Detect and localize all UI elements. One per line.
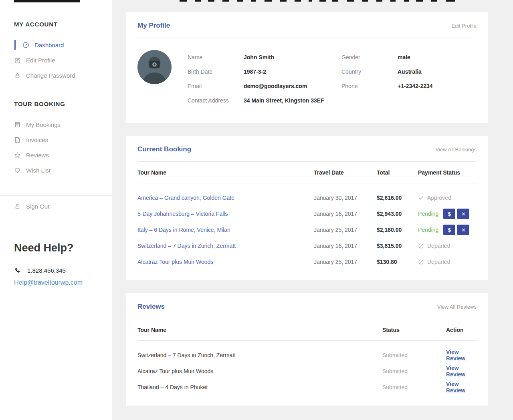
sidebar-item-reviews[interactable]: Reviews	[14, 147, 101, 163]
booking-tour-link[interactable]: Italy – 6 Days in Rome, Venice, Milan	[137, 227, 314, 233]
help-email-link[interactable]: Help@traveltourwp.com	[14, 279, 101, 286]
profile-field-value: John Smith	[244, 50, 341, 64]
ban-icon	[418, 243, 424, 249]
booking-row: Alcatraz Tour plus Muir WoodsJanuary 25,…	[137, 254, 477, 270]
sidebar-item-change-password[interactable]: Change Password	[14, 68, 101, 83]
profile-field-label: Phone	[341, 79, 398, 93]
pay-button[interactable]: $	[443, 225, 455, 235]
sidebar-item-sign-out[interactable]: Sign Out	[14, 199, 101, 214]
help-phone: 1.828.456.345	[14, 267, 101, 274]
pay-button[interactable]: $	[443, 209, 455, 219]
need-help-heading: Need Help?	[14, 242, 101, 254]
booking-row: America – Grand canyon, Golden GateJanua…	[137, 190, 477, 206]
view-review-link[interactable]: View Review	[446, 381, 465, 394]
bookings-table: Tour Name Travel Date Total Payment Stat…	[126, 162, 488, 280]
booking-travel-date: January 16, 2017	[314, 211, 377, 217]
col-payment-status: Payment Status	[418, 169, 477, 176]
my-account-heading: MY ACCOUNT	[14, 21, 101, 28]
review-tour-name: Thailand – 4 Days in Phuket	[137, 384, 382, 390]
profile-field-label: Birth Date	[188, 64, 244, 79]
signout-nav: Sign Out	[14, 199, 101, 214]
profile-field-value: demo@goodlayers.com	[244, 79, 341, 93]
dashboard-icon	[22, 42, 29, 48]
profile-field-value: male	[398, 50, 433, 64]
cancel-booking-button[interactable]: ✕	[457, 209, 469, 219]
review-tour-name: Switzerland – 7 Days in Zurich, Zermatt	[137, 352, 382, 358]
review-action-cell: View Review	[446, 381, 477, 394]
tour-booking-heading: TOUR BOOKING	[14, 100, 101, 107]
bookings-table-header: Tour Name Travel Date Total Payment Stat…	[137, 162, 477, 183]
reviews-table-header: Tour Name Status Action	[137, 319, 477, 341]
profile-field-label: Email	[188, 79, 244, 93]
reviews-table-body: Switzerland – 7 Days in Zurich, ZermattS…	[137, 341, 477, 395]
sidebar-item-label: Change Password	[26, 72, 75, 79]
cancel-booking-button[interactable]: ✕	[457, 225, 469, 235]
profile-field-value: 34 Main Street, Kingston 33EF	[244, 93, 341, 108]
booking-tour-link[interactable]: Alcatraz Tour plus Muir Woods	[137, 259, 314, 265]
booking-travel-date: January 25, 2017	[314, 259, 377, 265]
view-all-bookings-link[interactable]: View All Bookings	[436, 147, 477, 153]
payment-status-text: Departed	[427, 243, 450, 249]
sidebar-item-dashboard[interactable]: Dashboard	[14, 37, 101, 52]
booking-nav: My BookingsInvoicesReviewsWish List	[14, 117, 101, 178]
review-row: Switzerland – 7 Days in Zurich, ZermattS…	[137, 347, 477, 363]
sidebar-item-wish-list[interactable]: Wish List	[14, 163, 101, 178]
review-action-cell: View Review	[446, 365, 477, 378]
review-action-cell: View Review	[446, 349, 477, 362]
edit-icon	[14, 57, 21, 64]
sidebar-item-label: Sign Out	[26, 203, 49, 210]
view-all-reviews-link[interactable]: View All Reviews	[437, 304, 477, 310]
account-nav: DashboardEdit ProfileChange Password	[14, 37, 101, 83]
review-row: Thailand – 4 Days in PhuketSubmittedView…	[137, 379, 477, 395]
view-review-link[interactable]: View Review	[446, 365, 465, 378]
review-status: Submitted	[382, 368, 446, 374]
col-action: Action	[446, 327, 477, 333]
sidebar-item-label: Invoices	[26, 137, 48, 143]
my-profile-card-header: My Profile Edit Profile	[137, 12, 477, 38]
booking-tour-link[interactable]: America – Grand canyon, Golden Gate	[137, 195, 314, 201]
profile-body: NameJohn SmithGendermaleBirth Date1987-3…	[126, 38, 488, 123]
profile-field-label: Name	[188, 50, 244, 64]
booking-total: $2,943.00	[377, 211, 418, 217]
my-profile-title: My Profile	[137, 22, 170, 30]
sidebar-item-label: Reviews	[26, 152, 49, 159]
sidebar-item-edit-profile[interactable]: Edit Profile	[14, 52, 101, 68]
unlock-icon	[14, 203, 21, 210]
booking-travel-date: January 16, 2017	[314, 243, 377, 249]
col-total: Total	[377, 169, 418, 176]
heart-icon	[14, 167, 21, 174]
booking-payment-status: Approved	[418, 195, 477, 201]
review-tour-name: Alcatraz Tour plus Muir Woods	[137, 368, 382, 374]
profile-fields: NameJohn SmithGendermaleBirth Date1987-3…	[188, 50, 433, 108]
payment-status-text: Pending	[418, 211, 438, 217]
booking-row: Italy – 6 Days in Rome, Venice, MilanJan…	[137, 222, 477, 238]
current-booking-card: Current Booking View All Bookings Tour N…	[126, 136, 488, 280]
booking-travel-date: January 30, 2017	[314, 195, 377, 201]
review-status: Submitted	[382, 384, 446, 390]
sidebar-item-label: Edit Profile	[26, 57, 55, 64]
edit-profile-link[interactable]: Edit Profile	[451, 23, 477, 29]
booking-total: $130.80	[377, 259, 418, 265]
sidebar-item-label: Wish List	[26, 167, 50, 174]
sidebar-item-label: Dashboard	[34, 42, 64, 48]
reviews-card-header: Reviews View All Reviews	[137, 293, 477, 319]
ban-icon	[418, 259, 424, 265]
profile-field-empty	[398, 93, 433, 108]
col-tour-name: Tour Name	[137, 327, 382, 333]
star-icon	[14, 152, 21, 159]
dashboard-page: MY ACCOUNT DashboardEdit ProfileChange P…	[0, 0, 513, 420]
profile-field-label: Contact Address	[188, 93, 244, 108]
sidebar: MY ACCOUNT DashboardEdit ProfileChange P…	[0, 0, 112, 420]
review-status: Submitted	[382, 352, 446, 358]
sidebar-item-my-bookings[interactable]: My Bookings	[14, 117, 101, 132]
booking-tour-link[interactable]: Switzerland – 7 Days in Zurich, Zermatt	[137, 243, 314, 249]
booking-tour-link[interactable]: 5-Day Johannesburg – Victoria Falls	[137, 211, 314, 217]
my-profile-card: My Profile Edit Profile NameJohn SmithGe…	[126, 12, 488, 123]
current-booking-title: Current Booking	[137, 145, 191, 153]
view-review-link[interactable]: View Review	[446, 349, 465, 362]
sidebar-item-invoices[interactable]: Invoices	[14, 132, 101, 147]
current-booking-card-header: Current Booking View All Bookings	[137, 136, 477, 162]
main-content: My Profile Edit Profile NameJohn SmithGe…	[112, 0, 513, 420]
payment-status-text: Pending	[418, 227, 438, 233]
booking-travel-date: January 25, 2017	[314, 227, 377, 233]
